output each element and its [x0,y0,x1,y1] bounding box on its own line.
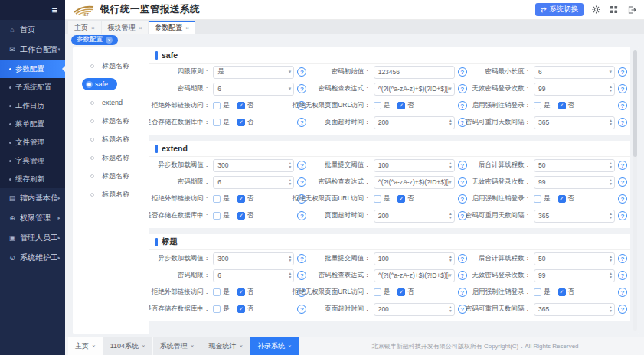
checkbox-option-是[interactable]: 是 [374,101,391,110]
checkbox-checked-icon[interactable]: ✓ [397,195,405,203]
sidebar-item-basic-info[interactable]: ▤辖内基本信息▸ [0,188,65,208]
select-field[interactable]: 6▾ [534,66,615,79]
checkbox-option-否[interactable]: ✓否 [558,194,575,204]
anchor-item-extend-2[interactable]: extend [73,93,149,112]
number-field[interactable]: 50▴▾ [534,252,615,265]
checkbox-option-否[interactable]: ✓否 [237,194,254,204]
number-field[interactable]: 365▴▾ [534,116,615,129]
checkbox-option-否[interactable]: ✓否 [558,101,575,110]
stepper-down-icon[interactable]: ▾ [289,259,292,262]
bottom-tab-1104系统[interactable]: 1104系统× [103,337,153,355]
stepper-down-icon[interactable]: ▾ [289,165,292,169]
tag-参数配置[interactable]: 参数配置 × [71,35,118,45]
help-icon[interactable]: ? [297,84,306,93]
checkbox-option-否[interactable]: ✓否 [237,211,254,220]
checkbox-checked-icon[interactable]: ✓ [237,212,245,220]
help-icon[interactable]: ? [458,288,467,297]
checkbox-checked-icon[interactable]: ✓ [237,305,245,313]
help-icon[interactable]: ? [618,211,627,220]
sidebar-subitem-子系统配置[interactable]: 子系统配置 [0,78,65,96]
number-field[interactable]: 200▴▾ [374,116,455,129]
stepper-down-icon[interactable]: ▾ [610,182,612,186]
checkbox-option-是[interactable]: 是 [534,288,551,297]
checkbox-unchecked-icon[interactable] [213,102,221,109]
number-field[interactable]: 99▴▾ [534,176,615,189]
checkbox-unchecked-icon[interactable] [374,102,381,109]
checkbox-unchecked-icon[interactable] [534,195,541,203]
close-icon[interactable]: × [288,343,292,350]
checkbox-option-是[interactable]: 是 [213,305,230,314]
sidebar-item-workbench[interactable]: ✉工作台配置▾ [0,40,65,60]
help-icon[interactable]: ? [458,271,467,280]
stepper-down-icon[interactable]: ▾ [610,275,612,279]
help-icon[interactable]: ? [458,161,467,170]
checkbox-unchecked-icon[interactable] [213,288,221,296]
close-icon[interactable]: × [142,343,145,350]
sidebar-item-permission[interactable]: ⊕权限管理▸ [0,208,65,228]
checkbox-unchecked-icon[interactable] [374,195,381,203]
sidebar-item-admin-tools[interactable]: ▣管理人员工具▸ [0,228,65,248]
number-field[interactable]: 99▴▾ [534,83,615,96]
help-icon[interactable]: ? [458,254,467,263]
tag-close-icon[interactable]: × [106,37,113,44]
stepper-down-icon[interactable]: ▾ [449,216,452,220]
stepper-down-icon[interactable]: ▾ [610,89,612,93]
anchor-item-标题名称-3[interactable]: 标题名称 [73,112,149,130]
stepper-down-icon[interactable]: ▾ [289,275,292,279]
help-icon[interactable]: ? [618,178,627,187]
stepper-down-icon[interactable]: ▾ [449,309,452,313]
checkbox-option-否[interactable]: ✓否 [558,288,575,297]
help-icon[interactable]: ? [618,67,627,77]
menu-toggle-icon[interactable]: ≡ [51,5,57,16]
stepper-down-icon[interactable]: ▾ [610,309,612,313]
select-field[interactable]: ^(?!(^a-zA-z)+$)(?!D+$)[0-9A-Z...▾ [374,269,455,282]
text-field[interactable]: 123456 [374,66,455,79]
sidebar-subitem-文件管理[interactable]: 文件管理 [0,133,65,151]
anchor-item-safe-1[interactable]: safe [73,75,149,93]
number-field[interactable]: 6▴▾ [213,176,294,189]
logout-icon[interactable] [626,5,636,15]
number-field[interactable]: 300▴▾ [213,159,294,172]
help-icon[interactable]: ? [618,271,627,280]
checkbox-unchecked-icon[interactable] [213,195,221,203]
help-icon[interactable]: ? [618,305,627,314]
top-tab-模块管理[interactable]: 模块管理× [102,21,149,34]
sidebar-subitem-工作日历[interactable]: 工作日历 [0,96,65,115]
help-icon[interactable]: ? [297,254,306,263]
select-field[interactable]: 是▾ [213,66,294,79]
top-tab-主页[interactable]: 主页× [68,21,101,34]
checkbox-checked-icon[interactable]: ✓ [237,102,245,109]
close-icon[interactable]: × [92,343,96,350]
anchor-item-标题名称-6[interactable]: 标题名称 [73,167,149,185]
select-field[interactable]: ^(?!(^a-zA-z)+$)(?!D+$)[0-9A-Z...▾ [374,176,455,189]
number-field[interactable]: 365▴▾ [534,303,615,316]
help-icon[interactable]: ? [458,67,467,77]
stepper-down-icon[interactable]: ▾ [610,259,612,262]
select-field[interactable]: ^(?!(^a-zA-z)+$)(?!D+$)[0-9A-Z...▾ [374,83,455,96]
sidebar-subitem-字典管理[interactable]: 字典管理 [0,151,65,170]
number-field[interactable]: 200▴▾ [374,303,455,316]
number-field[interactable]: 300▴▾ [213,252,294,265]
sidebar-subitem-参数配置[interactable]: 参数配置 [0,60,65,78]
checkbox-option-是[interactable]: 是 [374,194,391,204]
number-field[interactable]: 99▴▾ [534,269,615,282]
checkbox-checked-icon[interactable]: ✓ [558,102,566,109]
checkbox-option-否[interactable]: ✓否 [237,118,254,127]
help-icon[interactable]: ? [618,161,627,170]
checkbox-option-是[interactable]: 是 [534,101,551,110]
stepper-down-icon[interactable]: ▾ [449,122,452,126]
stepper-down-icon[interactable]: ▾ [449,165,452,169]
help-icon[interactable]: ? [618,288,627,297]
close-icon[interactable]: × [185,24,189,31]
checkbox-option-是[interactable]: 是 [374,288,391,297]
help-icon[interactable]: ? [297,211,306,220]
checkbox-unchecked-icon[interactable] [534,288,541,296]
help-icon[interactable]: ? [618,254,627,263]
checkbox-checked-icon[interactable]: ✓ [237,119,245,126]
help-icon[interactable]: ? [618,101,627,110]
help-icon[interactable]: ? [618,118,627,127]
checkbox-checked-icon[interactable]: ✓ [397,102,405,109]
help-icon[interactable]: ? [297,161,306,170]
checkbox-unchecked-icon[interactable] [213,305,221,313]
number-field[interactable]: 6▴▾ [213,269,294,282]
